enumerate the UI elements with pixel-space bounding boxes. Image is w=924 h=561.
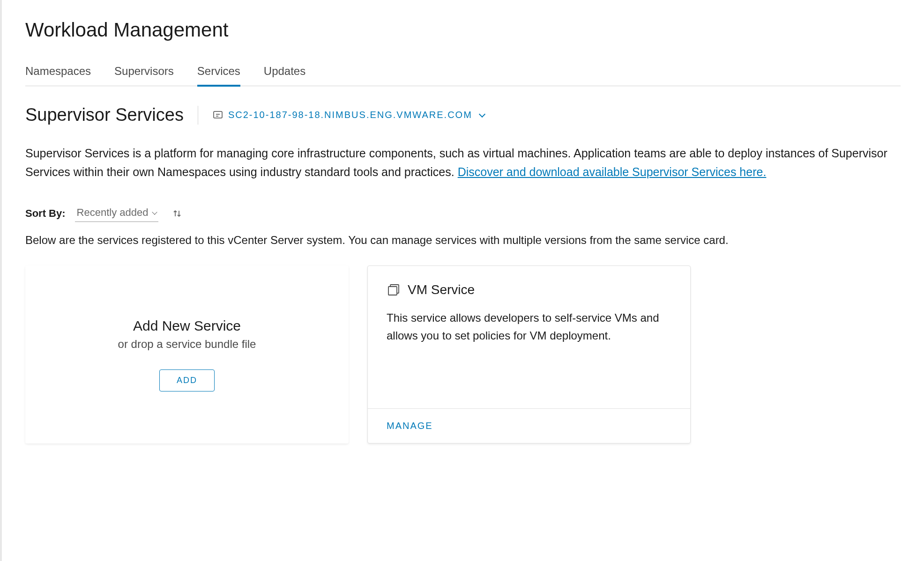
add-card-title: Add New Service: [133, 318, 241, 334]
page-title: Workload Management: [25, 19, 901, 41]
sort-row: Sort By: Recently added: [25, 205, 901, 222]
service-card-footer: MANAGE: [368, 408, 690, 443]
sort-direction-toggle[interactable]: [171, 208, 183, 219]
add-card-subtitle: or drop a service bundle file: [118, 338, 256, 351]
tab-services[interactable]: Services: [197, 60, 240, 87]
add-service-card[interactable]: Add New Service or drop a service bundle…: [25, 266, 349, 443]
service-description: This service allows developers to self-s…: [387, 309, 671, 345]
section-header: Supervisor Services SC2-10-187-98-18.NIM…: [25, 105, 901, 125]
sort-arrows-icon: [171, 208, 183, 219]
chevron-down-icon: [152, 209, 157, 214]
service-card-body: VM Service This service allows developer…: [368, 266, 690, 408]
service-card-header: VM Service: [387, 282, 671, 297]
svg-rect-0: [214, 111, 222, 118]
add-button[interactable]: ADD: [159, 369, 215, 391]
header-divider: [198, 106, 198, 125]
section-description: Supervisor Services is a platform for ma…: [25, 144, 901, 181]
server-name: SC2-10-187-98-18.NIMBUS.ENG.VMWARE.COM: [228, 110, 472, 120]
workload-management-page: Workload Management Namespaces Superviso…: [0, 0, 924, 561]
sub-description: Below are the services registered to thi…: [25, 234, 901, 247]
sort-dropdown[interactable]: Recently added: [75, 205, 159, 222]
tabs-bar: Namespaces Supervisors Services Updates: [25, 60, 901, 86]
service-title: VM Service: [408, 282, 475, 297]
chevron-down-icon: [479, 111, 485, 117]
sort-selected: Recently added: [77, 207, 149, 219]
svg-rect-2: [388, 287, 397, 295]
vm-service-card: VM Service This service allows developer…: [367, 266, 691, 443]
discover-services-link[interactable]: Discover and download available Supervis…: [458, 165, 767, 178]
tab-namespaces[interactable]: Namespaces: [25, 60, 91, 87]
sort-by-label: Sort By:: [25, 207, 66, 220]
vcenter-icon: [212, 110, 224, 121]
server-selector[interactable]: SC2-10-187-98-18.NIMBUS.ENG.VMWARE.COM: [212, 110, 484, 121]
tab-updates[interactable]: Updates: [264, 60, 306, 87]
manage-button[interactable]: MANAGE: [387, 421, 433, 431]
tab-supervisors[interactable]: Supervisors: [114, 60, 174, 87]
service-cards: Add New Service or drop a service bundle…: [25, 266, 901, 443]
section-title: Supervisor Services: [25, 105, 184, 125]
vm-icon: [387, 283, 401, 297]
